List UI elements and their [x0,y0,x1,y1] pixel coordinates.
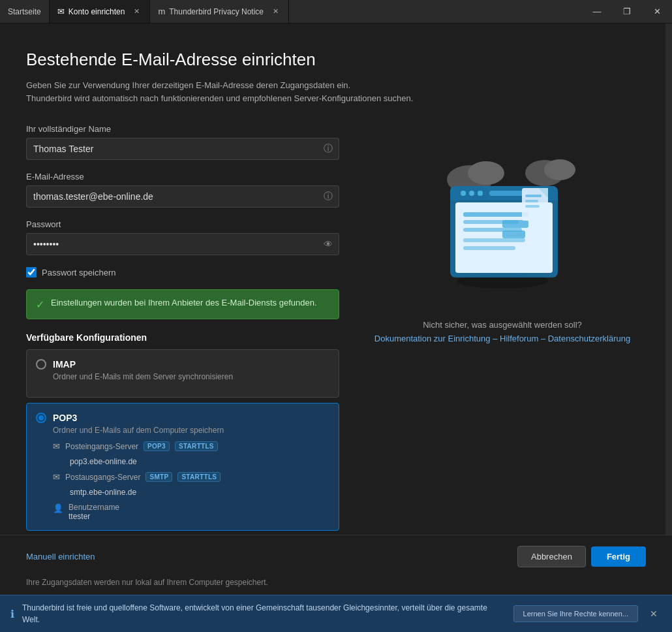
imap-name: IMAP [53,359,76,370]
help-link-forum[interactable]: Hilfeforum [500,334,538,343]
pop3-radio[interactable] [36,413,46,423]
username-icon: 👤 [53,503,63,513]
password-input[interactable] [26,233,339,255]
help-question: Nicht sicher, was ausgewählt werden soll… [374,320,630,330]
learn-rights-button[interactable]: Lernen Sie Ihre Rechte kennen... [513,605,638,622]
save-password-checkbox[interactable] [26,267,37,277]
username-value: ttester [69,512,119,521]
svg-rect-16 [502,220,528,228]
configs-section-title: Verfügbare Konfigurationen [26,332,339,343]
help-link-docs[interactable]: Dokumentation zur Einrichtung [374,334,491,343]
cancel-button[interactable]: Abbrechen [517,546,586,567]
illustration [418,137,587,307]
imap-radio[interactable] [36,359,46,370]
svg-rect-18 [463,238,525,242]
info-bar: ℹ Thunderbird ist freie und quelloffene … [0,595,672,632]
config-option-pop3[interactable]: POP3 Ordner und E-Mails auf dem Computer… [26,403,339,531]
tab-startseite[interactable]: Startseite [0,0,50,23]
name-field-group: Ihr vollständiger Name ⓘ [26,124,339,160]
finish-button[interactable]: Fertig [591,546,646,567]
svg-rect-13 [463,212,528,217]
footer-note: Ihre Zugangsdaten werden nur lokal auf I… [0,578,672,595]
email-field-group: E-Mail-Adresse ⓘ [26,172,339,208]
success-icon: ✓ [36,298,44,311]
manual-setup-button[interactable]: Manuell einrichten [26,552,95,561]
help-link-privacy[interactable]: Datenschutzerklärung [548,334,630,343]
startseite-tab-label: Startseite [8,7,41,16]
svg-point-4 [544,159,575,180]
info-bar-close-button[interactable]: ✕ [646,606,662,622]
smtp-badge: SMTP [145,472,172,482]
svg-rect-22 [525,200,538,202]
username-row: 👤 Benutzername ttester [53,503,329,521]
bottom-row: Manuell einrichten Abbrechen Fertig [0,535,672,578]
page-title: Bestehende E-Mail-Adresse einrichten [26,50,639,70]
incoming-server-icon: ✉ [53,441,60,451]
imap-desc: Ordner und E-Mails mit dem Server synchr… [53,372,329,381]
outgoing-server-icon: ✉ [53,472,60,482]
scrollbar[interactable] [665,24,672,535]
password-toggle-icon[interactable]: 👁 [324,239,333,249]
email-input[interactable] [26,185,339,208]
starttls-badge-outgoing: STARTTLS [177,472,221,482]
save-password-row: Passwort speichern [26,267,339,277]
help-separator-2: – [541,334,548,343]
password-label: Passwort [26,219,339,229]
left-column: Ihr vollständiger Name ⓘ E-Mail-Adresse … [26,124,339,535]
incoming-server-row: ✉ Posteingangs-Server POP3 STARTTLS [53,441,329,451]
imap-header: IMAP [36,359,329,370]
titlebar: Startseite ✉ Konto einrichten ✕ m Thunde… [0,0,672,24]
main-content: Bestehende E-Mail-Adresse einrichten Geb… [0,24,672,535]
right-column: Nicht sicher, was ausgewählt werden soll… [365,124,639,535]
incoming-server-value: pop3.ebe-online.de [70,457,137,466]
pop3-desc: Ordner und E-Mails auf dem Computer spei… [53,426,329,435]
svg-point-9 [469,191,474,196]
tab-konto[interactable]: ✉ Konto einrichten ✕ [50,0,151,23]
starttls-badge-incoming: STARTTLS [175,441,218,451]
privacy-tab-label: Thunderbird Privacy Notice [169,7,264,16]
name-input-wrap: ⓘ [26,138,339,160]
svg-point-2 [468,161,504,185]
outgoing-server-row: ✉ Postausgangs-Server SMTP STARTTLS [53,472,329,482]
subtitle-line1: Geben Sie zur Verwendung Ihrer derzeitig… [26,80,350,90]
name-input[interactable] [26,138,339,160]
success-text: Einstellungen wurden bei Ihrem Anbieter … [51,298,317,308]
konto-tab-close[interactable]: ✕ [131,7,142,17]
subtitle-line2: Thunderbird wird automatisch nach funkti… [26,93,413,103]
titlebar-spacer [289,0,582,23]
minimize-button[interactable]: — [582,0,612,24]
titlebar-controls: — ❐ ✕ [582,0,672,23]
incoming-server-label: Posteingangs-Server [65,442,138,451]
content-area: Bestehende E-Mail-Adresse einrichten Geb… [0,24,665,535]
konto-tab-label: Konto einrichten [69,7,125,16]
footer-note-text: Ihre Zugangsdaten werden nur lokal auf I… [26,578,268,587]
info-bar-icon: ℹ [10,608,14,620]
svg-rect-19 [463,246,515,250]
info-bar-text: Thunderbird ist freie und quelloffene So… [22,602,506,625]
username-label: Benutzername [69,503,119,512]
name-info-icon[interactable]: ⓘ [324,143,333,155]
email-input-wrap: ⓘ [26,185,339,208]
page-subtitle: Geben Sie zur Verwendung Ihrer derzeitig… [26,79,639,104]
username-info: Benutzername ttester [69,503,119,521]
email-info-icon[interactable]: ⓘ [324,191,333,202]
config-option-imap[interactable]: IMAP Ordner und E-Mails mit dem Server s… [26,349,339,398]
save-password-label: Passwort speichern [42,268,115,277]
privacy-tab-icon: m [158,7,165,16]
help-text: Nicht sicher, was ausgewählt werden soll… [374,320,630,343]
password-field-group: Passwort 👁 [26,219,339,255]
svg-rect-21 [525,195,542,197]
tab-privacy[interactable]: m Thunderbird Privacy Notice ✕ [150,0,289,23]
name-label: Ihr vollständiger Name [26,124,339,134]
maximize-button[interactable]: ❐ [612,0,642,24]
konto-tab-icon: ✉ [57,7,65,16]
pop3-header: POP3 [36,413,329,423]
success-banner: ✓ Einstellungen wurden bei Ihrem Anbiete… [26,289,339,319]
svg-rect-23 [525,205,540,208]
two-col-layout: Ihr vollständiger Name ⓘ E-Mail-Adresse … [26,124,639,535]
svg-point-8 [461,191,466,196]
outgoing-server-label: Postausgangs-Server [65,473,140,482]
close-button[interactable]: ✕ [642,0,672,24]
privacy-tab-close[interactable]: ✕ [270,7,281,17]
help-links: Dokumentation zur Einrichtung – Hilfefor… [374,334,630,343]
